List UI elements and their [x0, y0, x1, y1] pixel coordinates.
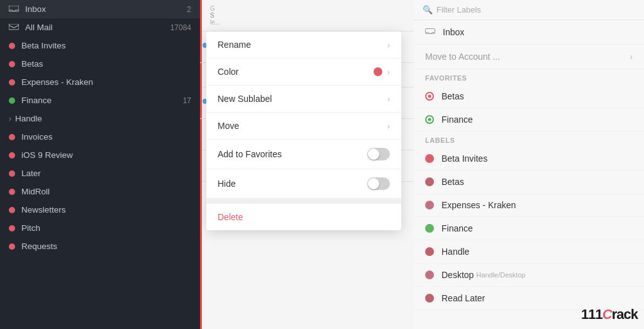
rp-inbox-item[interactable]: Inbox — [414, 20, 644, 45]
midroll-dot — [9, 189, 15, 195]
rp-labels-header: LABELS — [414, 131, 644, 147]
rp-finance-fav[interactable]: Finance — [414, 108, 644, 131]
svg-rect-2 — [426, 29, 435, 34]
sidebar-item-finance[interactable]: Finance 17 — [0, 91, 200, 109]
rp-read-later-lbl[interactable]: Read Later — [414, 287, 644, 310]
later-dot — [9, 170, 15, 177]
sidebar-item-finance-label: Finance — [21, 96, 183, 105]
svg-rect-1 — [9, 24, 19, 30]
context-menu-hide[interactable]: Hide — [206, 169, 401, 199]
sidebar-item-all-mail-count: 17084 — [170, 23, 191, 32]
rp-handle-lbl[interactable]: Handle — [414, 240, 644, 264]
new-sublabel-chevron-icon: › — [387, 94, 390, 104]
add-to-favorites-toggle[interactable] — [367, 148, 390, 160]
rp-inbox-label: Inbox — [443, 27, 464, 37]
context-menu-delete[interactable]: Delete — [206, 204, 401, 230]
toggle-knob-2 — [368, 178, 379, 189]
context-menu-add-to-favorites[interactable]: Add to Favorites — [206, 140, 401, 169]
sidebar-item-inbox-count: 2 — [187, 5, 191, 14]
rp-move-account-label: Move to Account ... — [425, 52, 500, 62]
finance-lbl-dot — [425, 224, 434, 233]
handle-chevron-icon: › — [9, 114, 11, 123]
sidebar-item-ios-9-review[interactable]: iOS 9 Review — [0, 146, 200, 164]
rp-betas-lbl[interactable]: Betas — [414, 170, 644, 194]
inbox-icon — [9, 6, 19, 13]
sidebar-item-requests-label: Requests — [21, 242, 191, 251]
rp-inbox-icon — [425, 27, 435, 37]
sidebar-item-handle[interactable]: › Handle — [0, 109, 200, 128]
rp-finance-label: Finance — [441, 223, 473, 233]
toggle-knob — [368, 148, 379, 160]
ios9review-dot — [9, 152, 15, 159]
rp-handle-label: Handle — [441, 247, 469, 257]
delete-label: Delete — [218, 212, 390, 222]
rp-desktop-lbl[interactable]: Desktop Handle/Desktop — [414, 264, 644, 287]
sidebar-item-all-mail-label: All Mail — [25, 23, 170, 32]
rp-betas-fav-label: Betas — [441, 91, 464, 101]
rp-betas-fav[interactable]: Betas — [414, 85, 644, 108]
sidebar-item-all-mail[interactable]: All Mail 17084 — [0, 18, 200, 36]
svg-rect-0 — [9, 6, 19, 11]
sidebar-item-beta-invites-label: Beta Invites — [21, 41, 191, 50]
sidebar-item-later[interactable]: Later — [0, 164, 200, 182]
read-later-lbl-dot — [425, 294, 434, 303]
add-to-favorites-label: Add to Favorites — [218, 149, 367, 159]
betas-lbl-dot — [425, 177, 434, 186]
sidebar-item-beta-invites[interactable]: Beta Invites — [0, 36, 200, 55]
betas-fav-dot — [425, 92, 434, 101]
rp-move-account[interactable]: Move to Account ... › — [414, 45, 644, 69]
context-menu: Rename › Color › New Sublabel › Move › A… — [206, 31, 401, 230]
rp-beta-invites-label: Beta Invites — [441, 153, 487, 164]
sidebar-item-inbox-label: Inbox — [25, 4, 187, 14]
finance-dot — [9, 98, 15, 104]
rename-chevron-icon: › — [387, 40, 390, 50]
sidebar-item-newsletters[interactable]: Newsletters — [0, 201, 200, 219]
hide-label: Hide — [218, 179, 367, 189]
sidebar-item-handle-label: Handle — [15, 114, 191, 123]
finance-fav-dot — [425, 115, 434, 124]
move-label: Move — [218, 121, 387, 131]
hide-toggle[interactable] — [367, 177, 390, 190]
rp-finance-fav-label: Finance — [441, 114, 473, 125]
context-menu-color[interactable]: Color › — [206, 59, 401, 86]
sidebar-item-newsletters-label: Newsletters — [21, 205, 191, 215]
sidebar-item-pitch[interactable]: Pitch — [0, 219, 200, 237]
new-sublabel-label: New Sublabel — [218, 94, 387, 104]
color-label: Color — [218, 67, 374, 77]
beta-invites-lbl-dot — [425, 154, 434, 163]
right-panel-content: Inbox Move to Account ... › FAVORITES Be… — [414, 20, 644, 329]
rp-expenses-kraken-label: Expenses - Kraken — [441, 200, 516, 210]
context-menu-new-sublabel[interactable]: New Sublabel › — [206, 86, 401, 113]
rp-expenses-kraken-lbl[interactable]: Expenses - Kraken — [414, 194, 644, 217]
rp-read-later-label: Read Later — [441, 293, 485, 303]
sidebar-item-expenses-kraken-label: Expenses - Kraken — [21, 77, 191, 87]
sidebar-item-betas[interactable]: Betas — [0, 55, 200, 73]
context-menu-divider — [206, 199, 401, 204]
search-icon: 🔍 — [423, 5, 433, 14]
invoices-dot — [9, 134, 15, 140]
sidebar-item-invoices[interactable]: Invoices — [0, 128, 200, 146]
rp-desktop-label: Desktop — [441, 270, 474, 280]
handle-lbl-dot — [425, 247, 434, 256]
color-chevron-icon: › — [387, 67, 390, 77]
move-account-chevron-icon: › — [630, 52, 633, 62]
rp-betas-label: Betas — [441, 177, 464, 187]
context-menu-move[interactable]: Move › — [206, 113, 401, 140]
context-menu-rename[interactable]: Rename › — [206, 31, 401, 59]
sidebar-item-finance-count: 17 — [183, 96, 191, 105]
rename-label: Rename — [218, 40, 387, 50]
right-panel: 🔍 Filter Labels Inbox Move to Account ..… — [414, 0, 644, 329]
sidebar-item-inbox[interactable]: Inbox 2 — [0, 0, 200, 18]
rp-finance-lbl[interactable]: Finance — [414, 217, 644, 240]
sidebar-item-expenses-kraken[interactable]: Expenses - Kraken — [0, 73, 200, 91]
pitch-dot — [9, 225, 15, 231]
newsletters-dot — [9, 207, 15, 213]
sidebar-item-betas-label: Betas — [21, 59, 191, 69]
sidebar-item-midroll-label: MidRoll — [21, 187, 191, 196]
expenses-kraken-dot — [9, 79, 15, 86]
rp-desktop-sublabel: Handle/Desktop — [476, 271, 525, 279]
sidebar-item-requests[interactable]: Requests — [0, 237, 200, 255]
desktop-lbl-dot — [425, 270, 434, 279]
sidebar-item-midroll[interactable]: MidRoll — [0, 182, 200, 201]
rp-beta-invites-lbl[interactable]: Beta Invites — [414, 147, 644, 170]
